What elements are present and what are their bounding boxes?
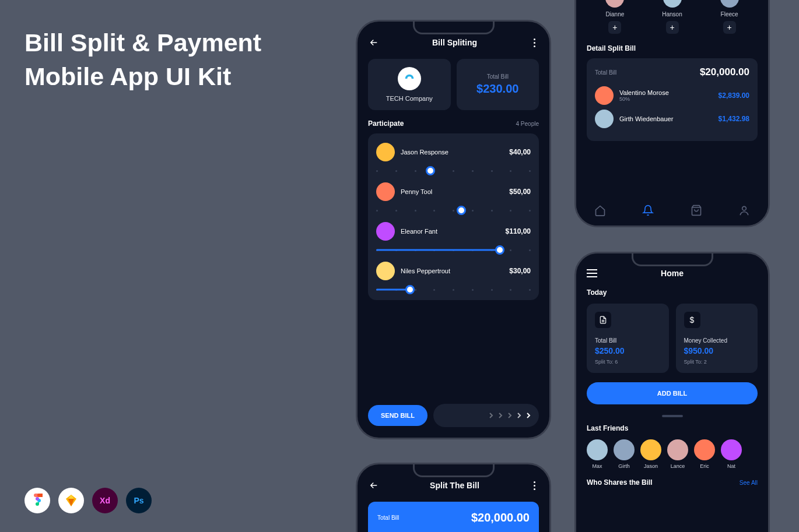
tab-bag-icon[interactable] xyxy=(691,205,702,216)
notch xyxy=(632,253,713,266)
participant-amount: $30,00 xyxy=(509,267,531,275)
total-bill-label: Total Bill xyxy=(595,69,616,76)
split-name: Girth Wiedenbauer xyxy=(619,115,713,122)
total-bill-amount: $20,000.00 xyxy=(700,66,749,78)
company-card: TECH Company xyxy=(368,59,451,110)
tab-bell-icon[interactable] xyxy=(642,205,654,216)
friend-item: Fleece + xyxy=(720,0,739,34)
stat-meta: Split To: 6 xyxy=(595,359,661,365)
total-bill-amount: $20,000.00 xyxy=(471,511,530,524)
screen-title: Split The Bill xyxy=(430,481,479,490)
stat-value: $950.00 xyxy=(684,346,750,355)
tab-user-icon[interactable] xyxy=(738,205,750,216)
amount-slider[interactable] xyxy=(376,249,531,251)
friend-name: Fleece xyxy=(721,11,738,17)
total-bill-label: Total Bill xyxy=(487,73,509,80)
friend-name: Hanson xyxy=(662,11,682,17)
add-friend-button[interactable]: + xyxy=(723,21,736,34)
participant-name: Penny Tool xyxy=(401,188,503,195)
avatar xyxy=(640,439,661,460)
friend-name: Nat xyxy=(727,463,735,469)
avatar xyxy=(605,0,624,8)
xd-icon: Xd xyxy=(92,488,118,513)
amount-slider[interactable] xyxy=(376,288,531,291)
friend-item: Hanson + xyxy=(662,0,682,34)
hero-line1: Bill Split & Payment xyxy=(24,26,261,59)
last-friends-row[interactable]: Max Girth Jason Lance Eric Nat xyxy=(587,439,758,469)
total-bill-card: Total Bill $230.00 xyxy=(457,59,539,110)
tab-home-icon[interactable] xyxy=(594,205,606,216)
participant-amount: $110,00 xyxy=(506,227,531,235)
file-icon xyxy=(595,312,611,328)
sketch-icon xyxy=(58,488,84,513)
stat-card-total-bill[interactable]: Total Bill $250.00 Split To: 6 xyxy=(587,304,669,373)
add-friend-button[interactable]: + xyxy=(666,21,679,34)
split-row: Girth Wiedenbauer $1,432.98 xyxy=(595,110,749,128)
friend-name: Lance xyxy=(671,463,685,469)
add-friend-button[interactable]: + xyxy=(608,21,621,34)
phone-home: Home Today Total Bill $250.00 Split To: … xyxy=(574,252,770,532)
back-icon[interactable] xyxy=(368,480,380,491)
split-row: Valentino Morose 50% $2,839.00 xyxy=(595,86,749,105)
participant-amount: $50,00 xyxy=(509,188,531,196)
swipe-arrows[interactable] xyxy=(433,404,539,427)
stat-label: Money Collected xyxy=(684,337,750,344)
split-amount: $2,839.00 xyxy=(719,91,749,100)
stat-card-money-collected[interactable]: $ Money Collected $950.00 Split To: 2 xyxy=(676,304,758,373)
phone-detail-split: Dianne + Hanson + Fleece + Detail Split … xyxy=(574,0,770,227)
participant-amount: $40,00 xyxy=(509,148,531,156)
ps-icon: Ps xyxy=(126,488,152,513)
figma-icon xyxy=(24,488,50,513)
friend-item[interactable]: Jason xyxy=(640,439,661,469)
phone-bill-splitting: Bill Spliting TECH Company Total Bill $2… xyxy=(356,20,551,439)
more-icon[interactable] xyxy=(530,38,539,47)
avatar xyxy=(663,0,682,8)
avatar xyxy=(720,0,739,8)
amount-slider[interactable] xyxy=(376,170,531,172)
see-all-link[interactable]: See All xyxy=(740,480,758,486)
stat-label: Total Bill xyxy=(595,337,661,344)
friend-name: Eric xyxy=(700,463,709,469)
total-bill-amount: $230.00 xyxy=(476,82,518,96)
participant-name: Eleanor Fant xyxy=(401,228,500,235)
avatar xyxy=(587,439,608,460)
notch xyxy=(413,464,495,477)
more-icon[interactable] xyxy=(530,481,539,490)
avatar xyxy=(376,182,395,201)
participant-row: Eleanor Fant $110,00 xyxy=(376,222,531,251)
company-logo-icon xyxy=(398,67,421,90)
friend-item[interactable]: Lance xyxy=(667,439,688,469)
friend-name: Dianne xyxy=(606,11,625,17)
avatar xyxy=(376,262,395,280)
avatar xyxy=(376,222,395,241)
svg-point-3 xyxy=(742,206,747,210)
avatar xyxy=(595,110,614,128)
friend-item[interactable]: Eric xyxy=(694,439,715,469)
split-pct: 50% xyxy=(619,96,713,102)
add-bill-button[interactable]: ADD BILL xyxy=(587,382,758,404)
amount-slider[interactable] xyxy=(376,209,531,212)
avatar xyxy=(595,86,614,105)
people-count: 4 People xyxy=(516,121,539,127)
menu-icon[interactable] xyxy=(587,269,597,277)
tab-bar xyxy=(576,195,768,226)
stat-value: $250.00 xyxy=(595,346,661,355)
back-icon[interactable] xyxy=(368,37,380,48)
dollar-icon: $ xyxy=(684,312,700,328)
detail-split-card: Total Bill $20,000.00 Valentino Morose 5… xyxy=(587,58,758,141)
phone-split-the-bill: Split The Bill Total Bill $20,000.00 Spl… xyxy=(356,463,551,532)
detail-split-title: Detail Split Bill xyxy=(587,44,758,52)
total-bill-label: Total Bill xyxy=(377,515,399,521)
friend-name: Girth xyxy=(618,463,630,469)
send-bill-button[interactable]: SEND BILL xyxy=(368,405,427,426)
friend-item: Dianne + xyxy=(605,0,624,34)
sheet-grip[interactable] xyxy=(662,415,683,417)
participant-name: Niles Peppertrout xyxy=(401,267,503,274)
friend-item[interactable]: Girth xyxy=(614,439,635,469)
split-amount: $1,432.98 xyxy=(719,115,749,123)
friend-item[interactable]: Nat xyxy=(721,439,742,469)
avatar xyxy=(376,143,395,161)
friend-item[interactable]: Max xyxy=(587,439,608,469)
participants-card: Jason Response $40,00 Penny Tool $50,00 xyxy=(368,133,539,300)
company-name: TECH Company xyxy=(386,95,433,102)
